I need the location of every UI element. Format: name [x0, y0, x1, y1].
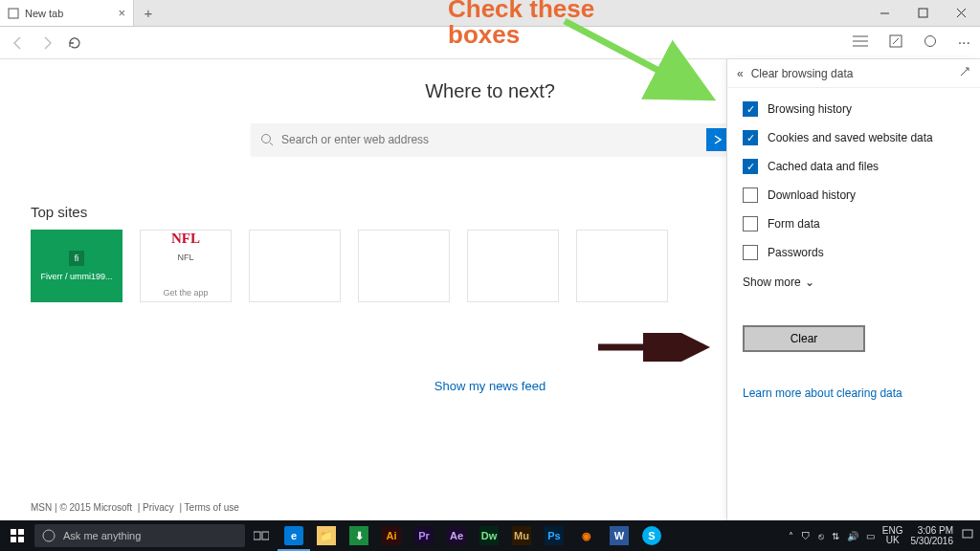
start-button[interactable] [0, 529, 34, 542]
checkbox-label: Form data [768, 217, 820, 231]
checkbox-label: Cookies and saved website data [768, 131, 933, 144]
panel-title: Clear browsing data [751, 67, 854, 80]
fiverr-icon: fi [69, 251, 84, 266]
tray-icon[interactable]: ⎋ [818, 531, 824, 541]
search-input[interactable] [281, 133, 699, 146]
tray-date: 5/30/2016 [911, 536, 954, 546]
pin-icon[interactable] [959, 66, 970, 80]
more-icon[interactable]: ··· [958, 34, 970, 52]
taskbar-app-word[interactable]: W [603, 520, 635, 551]
battery-icon[interactable]: ▭ [866, 531, 875, 541]
checkbox-icon[interactable]: ✓ [743, 101, 758, 117]
tray-icon[interactable]: ⛉ [801, 531, 811, 541]
tab-close-icon[interactable]: × [118, 6, 125, 20]
taskbar-app-skype[interactable]: S [635, 520, 668, 551]
webnote-icon[interactable] [889, 34, 902, 52]
footer-link-terms[interactable]: Terms of use [185, 502, 239, 513]
hub-icon[interactable] [853, 34, 868, 52]
svg-rect-18 [11, 529, 16, 535]
tile-label: Fiverr / ummi199... [40, 272, 112, 281]
checkbox-row-cookies[interactable]: ✓Cookies and saved website data [743, 130, 965, 145]
page-footer: MSN | © 2015 Microsoft | Privacy | Terms… [31, 502, 239, 513]
close-window-button[interactable] [942, 0, 980, 26]
clear-browsing-data-panel: « Clear browsing data ✓Browsing history … [726, 59, 980, 520]
checkbox-label: Browsing history [768, 102, 852, 116]
tile-nfl[interactable]: NFL NFL Get the app [140, 230, 232, 302]
forward-button[interactable] [38, 34, 56, 52]
learn-more-link[interactable]: Learn more about clearing data [743, 386, 965, 400]
checkbox-icon[interactable]: ✓ [743, 159, 758, 174]
taskbar-app-ai[interactable]: Ai [375, 520, 408, 551]
tile-empty[interactable] [358, 230, 450, 302]
share-icon[interactable] [924, 34, 937, 52]
checkbox-row-browsing-history[interactable]: ✓Browsing history [743, 101, 965, 117]
system-tray: ˄ ⛉ ⎋ ⇅ 🔊 ▭ ENG UK 3:06 PM 5/30/2016 [789, 525, 980, 546]
checkbox-icon[interactable] [743, 216, 758, 231]
tray-clock[interactable]: 3:06 PM 5/30/2016 [911, 525, 954, 546]
panel-header: « Clear browsing data [727, 59, 980, 88]
svg-rect-23 [254, 532, 260, 540]
taskbar-app-mu[interactable]: Mu [505, 520, 538, 551]
search-bar[interactable] [251, 123, 729, 156]
panel-body: ✓Browsing history ✓Cookies and saved web… [727, 88, 980, 413]
checkbox-icon[interactable] [743, 245, 758, 260]
svg-rect-2 [9, 9, 18, 18]
svg-rect-25 [963, 530, 972, 538]
show-more-link[interactable]: Show more ⌄ [743, 276, 965, 289]
svg-line-15 [961, 68, 969, 76]
window-controls [865, 0, 980, 26]
annotation-arrow-dark [593, 333, 718, 362]
taskbar-app-firefox[interactable]: ◉ [570, 520, 603, 551]
task-view-icon[interactable] [245, 520, 278, 551]
minimize-button[interactable] [865, 0, 903, 26]
checkbox-icon[interactable] [743, 187, 758, 203]
panel-back-icon[interactable]: « [737, 67, 744, 80]
cortana-icon [42, 529, 56, 542]
browser-tab[interactable]: New tab × [0, 0, 134, 26]
annotation-text: Check these boxes [448, 0, 594, 49]
taskbar-app-explorer[interactable]: 📁 [310, 520, 343, 551]
maximize-button[interactable] [903, 0, 942, 26]
taskbar-app-pr[interactable]: Pr [408, 520, 440, 551]
cortana-placeholder: Ask me anything [63, 530, 141, 541]
tile-fiverr[interactable]: fi Fiverr / ummi199... [31, 230, 122, 302]
tray-up-icon[interactable]: ˄ [789, 531, 793, 541]
tray-lang[interactable]: ENG UK [882, 526, 903, 545]
taskbar-app-edge[interactable]: e [278, 520, 310, 551]
svg-point-22 [43, 530, 55, 541]
svg-rect-19 [18, 529, 24, 535]
svg-rect-24 [262, 532, 269, 540]
checkbox-row-form-data[interactable]: Form data [743, 216, 965, 231]
tile-empty[interactable] [576, 230, 668, 302]
volume-icon[interactable]: 🔊 [847, 531, 858, 541]
checkbox-icon[interactable]: ✓ [743, 130, 758, 145]
taskbar-app-ps[interactable]: Ps [538, 520, 570, 551]
search-icon [260, 133, 274, 146]
tile-empty[interactable] [249, 230, 341, 302]
checkbox-row-download-history[interactable]: Download history [743, 187, 965, 203]
footer-link-privacy[interactable]: Privacy [143, 502, 174, 513]
back-button[interactable] [10, 34, 27, 52]
new-tab-button[interactable]: + [134, 0, 163, 26]
refresh-button[interactable] [67, 35, 82, 51]
checkbox-label: Download history [768, 188, 856, 202]
chevron-down-icon: ⌄ [805, 276, 814, 289]
taskbar-app-store[interactable]: ⬇ [343, 520, 375, 551]
svg-point-12 [924, 35, 935, 46]
cortana-search[interactable]: Ask me anything [34, 524, 245, 547]
wifi-icon[interactable]: ⇅ [832, 531, 839, 541]
checkbox-row-cache[interactable]: ✓Cached data and files [743, 159, 965, 174]
svg-rect-21 [18, 537, 24, 542]
tray-time: 3:06 PM [918, 525, 953, 536]
action-center-icon[interactable] [961, 528, 974, 543]
show-more-label: Show more [743, 276, 801, 289]
annotation-line2: boxes [448, 20, 520, 49]
footer-text: MSN | © 2015 Microsoft [31, 502, 132, 513]
taskbar-app-dw[interactable]: Dw [473, 520, 505, 551]
checkbox-label: Passwords [768, 246, 824, 259]
taskbar-app-ae[interactable]: Ae [440, 520, 473, 551]
tile-empty[interactable] [467, 230, 559, 302]
clear-button[interactable]: Clear [743, 325, 865, 352]
svg-rect-4 [919, 9, 927, 17]
checkbox-row-passwords[interactable]: Passwords [743, 245, 965, 260]
